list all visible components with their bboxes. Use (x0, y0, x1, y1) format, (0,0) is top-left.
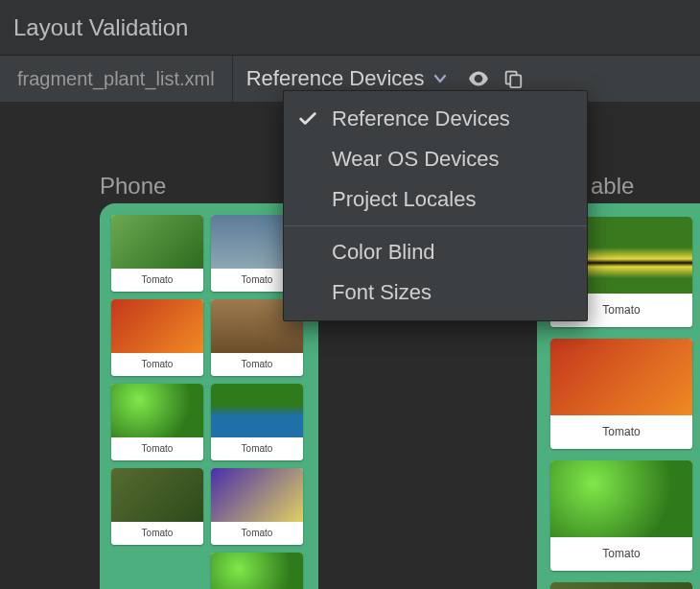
svg-point-0 (476, 77, 479, 81)
panel-title: Layout Validation (13, 14, 188, 41)
reference-devices-label: Reference Devices (246, 66, 425, 91)
thumbnail-image (550, 582, 692, 589)
thumbnail-image (111, 215, 203, 269)
card-caption: Tomato (211, 353, 303, 376)
card-caption: Tomato (211, 522, 303, 545)
thumbnail-image (111, 468, 203, 522)
menu-separator (284, 225, 587, 226)
menu-item-wear-os[interactable]: Wear OS Devices (284, 139, 587, 179)
menu-item-reference-devices[interactable]: Reference Devices (284, 99, 587, 139)
list-item[interactable]: Tomato (111, 215, 203, 292)
menu-item-label: Color Blind (332, 240, 435, 265)
card-caption: Tomato (111, 522, 203, 545)
menu-item-color-blind[interactable]: Color Blind (284, 232, 587, 272)
list-item[interactable]: Tomato (111, 468, 203, 545)
card-caption: Tomato (550, 537, 692, 571)
list-item[interactable]: Tomato (111, 299, 203, 376)
check-icon (297, 108, 318, 130)
list-item[interactable]: Tomato (550, 339, 692, 449)
reference-devices-dropdown-menu: Reference Devices Wear OS Devices Projec… (283, 90, 588, 321)
card-caption: Tomato (111, 269, 203, 292)
list-item[interactable]: Tomato (111, 384, 203, 460)
title-bar: Layout Validation (0, 0, 700, 56)
thumbnail-image (211, 468, 303, 522)
file-tab-label: fragment_plant_list.xml (17, 68, 215, 90)
card-caption: Tomato (111, 437, 203, 460)
list-item[interactable] (550, 582, 692, 589)
list-item[interactable]: Tomato (211, 468, 303, 545)
menu-item-label: Font Sizes (332, 280, 432, 305)
thumbnail-image (111, 384, 203, 437)
menu-item-font-sizes[interactable]: Font Sizes (284, 272, 587, 313)
device-label-phone: Phone (100, 173, 166, 200)
device-label-foldable-partial: able (591, 173, 634, 200)
menu-item-label: Reference Devices (332, 106, 510, 131)
thumbnail-image (550, 460, 692, 537)
thumbnail-image (211, 553, 303, 589)
menu-item-label: Wear OS Devices (332, 147, 499, 172)
card-caption: Tomato (211, 437, 303, 460)
list-item[interactable]: Tomato (211, 553, 303, 589)
menu-item-label: Project Locales (332, 187, 476, 212)
thumbnail-image (111, 299, 203, 353)
thumbnail-image (211, 384, 303, 437)
file-tab[interactable]: fragment_plant_list.xml (0, 56, 233, 102)
menu-item-project-locales[interactable]: Project Locales (284, 179, 587, 220)
thumbnail-image (550, 339, 692, 415)
card-caption: Tomato (550, 415, 692, 449)
card-caption: Tomato (111, 353, 203, 376)
chevron-down-icon (432, 71, 448, 86)
svg-rect-2 (510, 75, 521, 87)
list-item[interactable]: Tomato (550, 460, 692, 571)
list-item[interactable]: Tomato (211, 384, 303, 460)
